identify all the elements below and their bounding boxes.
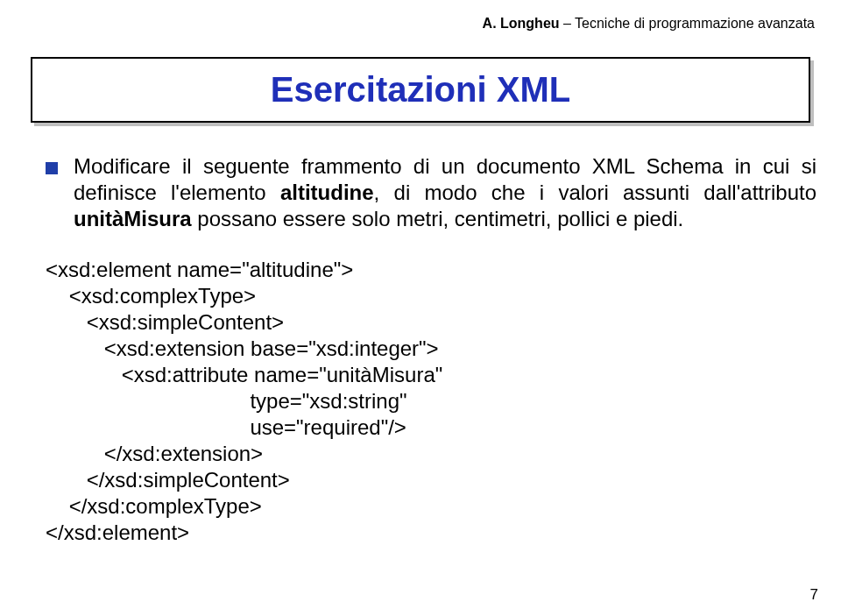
page-number: 7 [810, 586, 818, 604]
code-line-10: </xsd:complexType> [46, 494, 262, 518]
slide-header: A. Longheu – Tecniche di programmazione … [483, 16, 815, 32]
paragraph-text: Modificare il seguente frammento di un d… [74, 153, 816, 232]
bullet-item: Modificare il seguente frammento di un d… [46, 153, 816, 232]
code-line-2: <xsd:complexType> [46, 284, 256, 308]
code-line-7: use="required"/> [46, 415, 406, 439]
author-name: A. Longheu [483, 16, 560, 31]
para-part2: , di modo che i valori assunti dall'attr… [374, 181, 816, 204]
code-line-3: <xsd:simpleContent> [46, 310, 284, 334]
content-area: Modificare il seguente frammento di un d… [46, 153, 816, 546]
header-rest: – Tecniche di programmazione avanzata [560, 16, 815, 31]
code-line-9: </xsd:simpleContent> [46, 468, 290, 492]
code-line-1: <xsd:element name="altitudine"> [46, 258, 353, 281]
bullet-icon [46, 162, 58, 174]
code-line-5: <xsd:attribute name="unitàMisura" [46, 363, 442, 386]
code-line-11: </xsd:element> [46, 520, 189, 544]
code-block: <xsd:element name="altitudine"> <xsd:com… [46, 257, 816, 546]
title-box: Esercitazioni XML [31, 57, 810, 123]
code-line-6: type="xsd:string" [46, 389, 407, 413]
para-part3: possano essere solo metri, centimetri, p… [192, 207, 684, 230]
keyword-altitudine: altitudine [280, 181, 374, 204]
code-line-8: </xsd:extension> [46, 442, 263, 465]
keyword-unita-misura: unitàMisura [74, 207, 192, 230]
slide-title: Esercitazioni XML [271, 70, 570, 110]
code-line-4: <xsd:extension base="xsd:integer"> [46, 336, 439, 360]
